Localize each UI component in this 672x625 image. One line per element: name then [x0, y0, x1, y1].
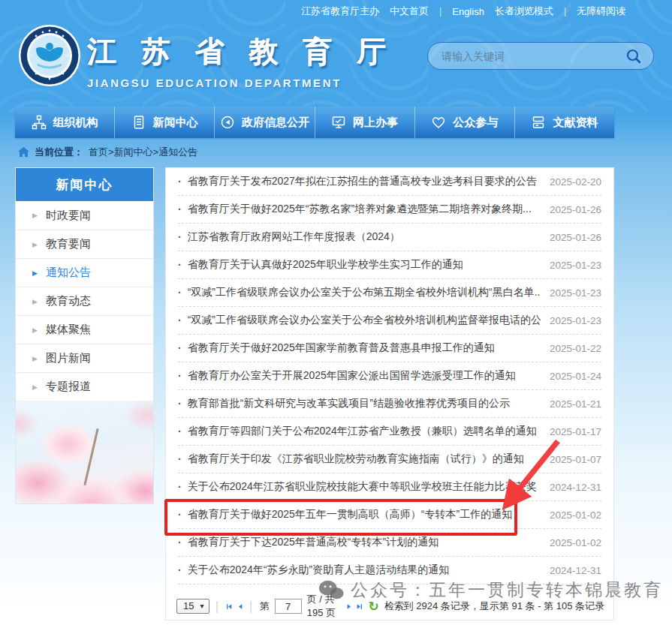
- sidebar-item-current-politics[interactable]: ▶时政要闻: [16, 201, 153, 230]
- news-title-link[interactable]: ·省教育厅关于做好2025年“苏教名家”培养对象遴选暨第二期培养对象终期...: [178, 203, 541, 216]
- news-title-link[interactable]: ·“双减”工作省级联席会议办公室关于公布全省校外培训机构监督举报电话的公...: [178, 314, 541, 327]
- next-page-button[interactable]: [346, 602, 352, 611]
- breadcrumb-path[interactable]: 首页>新闻中心>通知公告: [89, 146, 197, 159]
- page-size-value: 15: [183, 600, 194, 611]
- news-title-link[interactable]: ·省教育厅关于做好2025年五年一贯制高职（高师）“专转本”工作的通知: [178, 508, 541, 521]
- news-title-link[interactable]: ·省教育厅关于认真做好2025年职业学校学生实习工作的通知: [178, 258, 541, 272]
- last-page-icon: [357, 602, 363, 611]
- record-summary: 检索到 2924 条记录，显示第 91 条 - 第 105 条记录: [384, 599, 604, 613]
- news-title-text: “双减”工作省级联席会议办公室关于公布全省校外培训机构监督举报电话的公...: [188, 314, 541, 327]
- news-title-link[interactable]: ·省教育厅关于印发《江苏省职业院校劳动教育实施指南（试行）》的通知: [178, 452, 541, 466]
- site-title: 江 苏 省 教 育 厅: [87, 32, 394, 72]
- news-row: ·教育部首批“新文科研究与改革实践项目”结题验收推荐优秀项目的公示2025-01…: [178, 390, 601, 418]
- caret-right-icon: ▶: [32, 269, 38, 277]
- nav-item-public-participation[interactable]: 公众参与: [414, 107, 514, 138]
- bullet-icon: ·: [178, 509, 182, 521]
- news-row: ·“双减”工作省级联席会议办公室关于公布全省校外培训机构监督举报电话的公...2…: [178, 307, 601, 335]
- refresh-icon[interactable]: ↻: [368, 600, 378, 613]
- divider: │: [215, 601, 221, 612]
- news-date: 2025-01-23: [541, 287, 601, 299]
- sidebar-title: 新闻中心: [16, 168, 153, 201]
- first-page-button[interactable]: [226, 602, 232, 611]
- news-title-text: 省教育厅关于下达2025年普通高校“专转本”计划的通知: [188, 536, 438, 549]
- news-document-icon: [131, 115, 146, 130]
- nav-item-documents[interactable]: 文献资料: [514, 107, 614, 138]
- news-row: ·省教育厅关于下达2025年普通高校“专转本”计划的通知2025-01-02: [178, 529, 601, 557]
- topbar-link-chinese-home[interactable]: 中文首页: [390, 5, 429, 18]
- page-label-suffix: 页 / 共 195 页: [307, 593, 341, 620]
- news-row: ·江苏省教育厅政府网站工作年度报表（2024）2025-01-26: [178, 224, 601, 251]
- nav-item-gov-info[interactable]: 政府信息公开: [214, 107, 314, 138]
- news-row: ·关于公布2024年“苏乡永助”资助育人主题活动结果的通知2024-12-31: [178, 557, 601, 584]
- online-service-monitor-icon: [331, 115, 346, 130]
- news-title-link[interactable]: ·关于公布2024年“苏乡永助”资助育人主题活动结果的通知: [178, 563, 541, 577]
- news-row: ·关于公布2024年江苏省职业院校技能大赛中等职业学校班主任能力比赛获奖2024…: [178, 473, 601, 501]
- bullet-icon: ·: [178, 370, 182, 382]
- home-icon: [18, 147, 29, 158]
- news-title-link[interactable]: ·关于公布2024年江苏省职业院校技能大赛中等职业学校班主任能力比赛获奖: [178, 480, 541, 494]
- topbar-link-host[interactable]: 江苏省教育厅主办: [301, 5, 379, 18]
- previous-page-icon: [237, 602, 243, 611]
- page-number-input[interactable]: [275, 599, 302, 614]
- news-row: ·省教育厅关于印发《江苏省职业院校劳动教育实施指南（试行）》的通知2025-01…: [178, 446, 601, 473]
- search-button[interactable]: [625, 47, 643, 65]
- caret-right-icon: ▶: [32, 298, 38, 305]
- news-title-link[interactable]: ·江苏省教育厅政府网站工作年度报表（2024）: [178, 230, 541, 244]
- news-title-text: 省教育厅关于做好2025年“苏教名家”培养对象遴选暨第二期培养对象终期...: [188, 203, 532, 216]
- news-title-link[interactable]: ·省教育厅关于下达2025年普通高校“专转本”计划的通知: [178, 536, 541, 549]
- news-title-text: 省教育厅关于发布2027年拟在江苏招生的普通高校专业选考科目要求的公告: [188, 175, 537, 188]
- org-chart-icon: [32, 115, 47, 130]
- news-date: 2025-01-26: [541, 232, 601, 243]
- sidebar-item-label: 图片新闻: [46, 351, 91, 365]
- nav-item-online-service[interactable]: 网上办事: [315, 107, 414, 138]
- last-page-button[interactable]: [357, 602, 363, 611]
- news-date: 2025-01-02: [541, 509, 601, 521]
- content-area: 新闻中心 ▶时政要闻▶教育要闻▶通知公告▶教育动态▶媒体聚焦▶图片新闻▶专题报道…: [15, 167, 672, 620]
- news-date: 2025-01-22: [541, 343, 601, 354]
- nav-item-organization[interactable]: 组织机构: [15, 107, 114, 138]
- news-date: 2025-01-26: [541, 204, 601, 215]
- news-title-text: 省教育厅关于印发《江苏省职业院校劳动教育实施指南（试行）》的通知: [188, 452, 524, 466]
- jiangsu-education-logo-icon: [18, 24, 81, 87]
- sidebar-item-special-reports[interactable]: ▶专题报道: [16, 372, 153, 401]
- news-title-link[interactable]: ·“双减”工作省级联席会议办公室关于公布第五期全省校外培训机构“黑白名单...: [178, 286, 541, 299]
- bullet-icon: ·: [178, 481, 182, 493]
- search-icon: [625, 48, 642, 65]
- sidebar-item-media-focus[interactable]: ▶媒体聚焦: [16, 315, 153, 344]
- sidebar-item-label: 教育动态: [46, 294, 91, 308]
- news-row: ·省教育厅关于发布2027年拟在江苏招生的普通高校专业选考科目要求的公告2025…: [178, 168, 601, 196]
- search-input[interactable]: [441, 50, 625, 62]
- topbar-link-elder-mode[interactable]: 长者浏览模式: [495, 5, 553, 18]
- sidebar-item-photo-news[interactable]: ▶图片新闻: [16, 344, 153, 372]
- pagination-bar: 15 ▾ │ │ 第 页 / 共 195 页: [166, 584, 613, 620]
- news-title-text: 省教育厅关于做好2025年五年一贯制高职（高师）“专转本”工作的通知: [188, 508, 512, 521]
- news-title-link[interactable]: ·教育部首批“新文科研究与改革实践项目”结题验收推荐优秀项目的公示: [178, 397, 541, 410]
- news-title-text: 省教育厅等四部门关于公布2024年江苏省产业教授（兼职）选聘名单的通知: [188, 425, 537, 438]
- nav-item-news-center[interactable]: 新闻中心: [114, 107, 214, 138]
- sidebar-item-notices[interactable]: ▶通知公告: [16, 258, 153, 287]
- news-title-link[interactable]: ·省教育厅关于做好2025年国家学前教育普及普惠县申报工作的通知: [178, 341, 541, 355]
- sidebar-item-education-news[interactable]: ▶教育要闻: [16, 230, 153, 258]
- sidebar-item-education-trends[interactable]: ▶教育动态: [16, 287, 153, 315]
- page-size-select[interactable]: 15 ▾: [176, 599, 209, 614]
- magnolia-flower-image: [16, 401, 153, 503]
- news-date: 2025-01-23: [541, 315, 601, 326]
- topbar-link-accessibility[interactable]: 无障碍阅读: [577, 5, 625, 18]
- top-utility-bar: 江苏省教育厅主办中文首页|English长者浏览模式|无障碍阅读: [0, 0, 672, 23]
- news-date: 2024-12-31: [541, 482, 601, 493]
- news-date: 2025-01-21: [541, 398, 601, 410]
- info-disclosure-icon: [220, 115, 235, 130]
- topbar-link-english[interactable]: English: [452, 6, 484, 17]
- news-title-text: 江苏省教育厅政府网站工作年度报表（2024）: [188, 230, 400, 244]
- news-row: ·省教育厅等四部门关于公布2024年江苏省产业教授（兼职）选聘名单的通知2025…: [178, 418, 601, 446]
- sidebar-item-label: 专题报道: [46, 380, 91, 394]
- bullet-icon: ·: [178, 398, 182, 410]
- news-title-text: 关于公布2024年江苏省职业院校技能大赛中等职业学校班主任能力比赛获奖: [188, 480, 537, 494]
- news-title-link[interactable]: ·省教育厅办公室关于开展2025年国家公派出国留学选派受理工作的通知: [178, 369, 541, 383]
- previous-page-button[interactable]: [237, 602, 243, 611]
- sidebar-item-label: 通知公告: [46, 266, 91, 280]
- news-title-link[interactable]: ·省教育厅关于发布2027年拟在江苏招生的普通高校专业选考科目要求的公告: [178, 175, 541, 188]
- news-title-link[interactable]: ·省教育厅等四部门关于公布2024年江苏省产业教授（兼职）选聘名单的通知: [178, 425, 541, 438]
- next-page-icon: [346, 602, 352, 611]
- nav-item-label: 网上办事: [353, 116, 398, 130]
